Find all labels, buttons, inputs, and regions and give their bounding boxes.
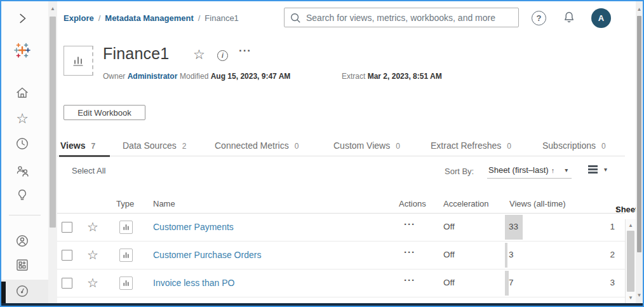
views-count: 33 bbox=[509, 222, 518, 231]
list-view-icon bbox=[588, 165, 598, 174]
row-actions-icon[interactable]: ··· bbox=[404, 247, 415, 257]
active-tab-underline bbox=[59, 155, 110, 157]
row-checkbox[interactable] bbox=[62, 250, 72, 261]
row-actions-icon[interactable]: ··· bbox=[404, 219, 415, 229]
view-name-link[interactable]: Customer Purchase Orders bbox=[153, 250, 261, 260]
tab-count: 7 bbox=[91, 142, 95, 151]
acceleration-status: Off bbox=[443, 278, 455, 287]
table-header: Type Name Actions Acceleration Views (al… bbox=[57, 193, 625, 214]
row-checkbox[interactable] bbox=[62, 278, 72, 289]
owner-meta: Owner Administrator bbox=[103, 72, 177, 81]
row-favorite-star-icon[interactable]: ☆ bbox=[87, 275, 98, 290]
more-actions-icon[interactable]: ··· bbox=[239, 44, 252, 57]
sidebar-scrollbar: ▲ bbox=[48, 1, 57, 303]
search-box[interactable] bbox=[284, 8, 519, 27]
tab-count: 0 bbox=[507, 142, 511, 151]
profile-icon[interactable] bbox=[13, 232, 31, 250]
sheet-number: 2 bbox=[610, 250, 615, 259]
tab-count: 2 bbox=[182, 142, 187, 151]
workbook-thumbnail-icon bbox=[64, 46, 93, 76]
tab-views[interactable]: Views7 bbox=[60, 140, 95, 151]
tab-connected-metrics[interactable]: Connected Metrics0 bbox=[215, 140, 299, 151]
main-content: Explore/Metadata Management/Finance1 ? A… bbox=[57, 1, 625, 303]
sort-ascending-icon: ↑ bbox=[551, 167, 555, 174]
sidebar-divider bbox=[9, 215, 41, 215]
sheet-number: 1 bbox=[610, 222, 615, 231]
sort-value: Sheet (first–last) bbox=[488, 165, 549, 175]
scroll-up-icon[interactable]: ▲ bbox=[626, 223, 636, 228]
view-mode-toggle[interactable]: ▾ bbox=[588, 165, 607, 174]
breadcrumb-explore[interactable]: Explore bbox=[64, 13, 94, 23]
chevron-down-icon: ▾ bbox=[604, 166, 607, 173]
breadcrumb-current: Finance1 bbox=[205, 13, 238, 23]
tab-count: 0 bbox=[396, 142, 400, 151]
view-name-link[interactable]: Invoice less than PO bbox=[153, 278, 234, 288]
tab-bar: Views7 Data Sources2 Connected Metrics0 … bbox=[57, 139, 625, 156]
sort-dropdown[interactable]: Sheet (first–last) ↑ ▾ bbox=[487, 164, 572, 179]
row-favorite-star-icon[interactable]: ☆ bbox=[87, 219, 98, 235]
scroll-down-icon[interactable]: ▼ bbox=[636, 293, 643, 298]
tab-data-sources[interactable]: Data Sources2 bbox=[123, 140, 187, 151]
recents-icon[interactable] bbox=[13, 135, 31, 153]
notifications-bell-icon[interactable] bbox=[561, 10, 577, 26]
column-header-type[interactable]: Type bbox=[116, 199, 134, 208]
table-row: ☆ Customer Purchase Orders ··· Off 3 2 bbox=[57, 242, 625, 269]
external-assets-icon[interactable] bbox=[13, 256, 31, 274]
site-status-gauge-icon[interactable] bbox=[13, 282, 31, 300]
page-scrollbar-thumb[interactable] bbox=[637, 16, 641, 252]
sidebar-scrollbar-thumb[interactable] bbox=[50, 17, 56, 228]
select-all-button[interactable]: Select All bbox=[72, 166, 105, 175]
expand-sidebar-icon[interactable] bbox=[13, 10, 31, 27]
search-input[interactable] bbox=[306, 13, 513, 23]
owner-link[interactable]: Administrator bbox=[128, 72, 178, 81]
view-type-icon bbox=[119, 221, 133, 234]
views-count: 3 bbox=[509, 250, 514, 259]
info-icon[interactable]: i bbox=[217, 50, 228, 61]
left-nav-rail: ☆ bbox=[1, 1, 48, 303]
row-favorite-star-icon[interactable]: ☆ bbox=[87, 247, 98, 263]
shared-with-me-icon[interactable] bbox=[13, 162, 31, 180]
active-nav-indicator bbox=[1, 282, 6, 303]
app-window: ☆ ▲ Explore/Metadata Management/Finance1 bbox=[0, 0, 644, 307]
view-name-link[interactable]: Customer Payments bbox=[153, 222, 234, 232]
modified-label: Modified bbox=[180, 72, 208, 81]
view-type-icon bbox=[119, 276, 133, 290]
column-header-name[interactable]: Name bbox=[153, 199, 175, 208]
tab-extract-refreshes[interactable]: Extract Refreshes0 bbox=[431, 140, 511, 151]
tab-custom-views[interactable]: Custom Views0 bbox=[333, 140, 400, 151]
breadcrumb-separator: / bbox=[98, 13, 101, 23]
acceleration-status: Off bbox=[443, 250, 455, 259]
tab-subscriptions[interactable]: Subscriptions0 bbox=[542, 140, 606, 151]
tableau-logo-icon[interactable] bbox=[13, 41, 31, 59]
tab-count: 0 bbox=[295, 142, 299, 151]
page-scrollbar: ▲ ▼ bbox=[636, 1, 643, 303]
list-toolbar: Select All Sort By: Sheet (first–last) ↑… bbox=[57, 163, 625, 181]
sort-by-label: Sort By: bbox=[445, 167, 474, 176]
modified-meta: Modified Aug 15, 2023, 9:47 AM bbox=[180, 72, 290, 81]
row-checkbox[interactable] bbox=[62, 222, 72, 233]
home-icon[interactable] bbox=[13, 84, 31, 102]
favorite-star-icon[interactable]: ☆ bbox=[193, 47, 205, 62]
recommendations-icon[interactable] bbox=[13, 186, 31, 204]
acceleration-status: Off bbox=[443, 222, 455, 231]
list-scrollbar-thumb[interactable] bbox=[627, 231, 634, 292]
favorites-icon[interactable]: ☆ bbox=[13, 110, 31, 128]
scroll-up-icon[interactable]: ▲ bbox=[48, 6, 57, 11]
owner-label: Owner bbox=[103, 72, 125, 81]
row-actions-icon[interactable]: ··· bbox=[404, 275, 415, 285]
views-count-bar bbox=[505, 243, 507, 268]
breadcrumb-metadata-management[interactable]: Metadata Management bbox=[105, 13, 193, 23]
help-icon[interactable]: ? bbox=[532, 11, 546, 25]
search-icon bbox=[290, 12, 301, 24]
edit-workbook-button[interactable]: Edit Workbook bbox=[64, 105, 145, 120]
modified-value: Aug 15, 2023, 9:47 AM bbox=[211, 72, 291, 81]
user-avatar[interactable]: A bbox=[591, 8, 611, 28]
column-header-views[interactable]: Views (all-time) bbox=[509, 199, 566, 208]
scroll-down-icon[interactable]: ▼ bbox=[626, 296, 636, 301]
list-scrollbar: ▲ ▼ bbox=[625, 219, 636, 303]
scroll-up-icon[interactable]: ▲ bbox=[636, 7, 643, 12]
column-header-acceleration[interactable]: Acceleration bbox=[443, 199, 489, 208]
tab-count: 0 bbox=[601, 142, 606, 151]
breadcrumb: Explore/Metadata Management/Finance1 bbox=[64, 13, 239, 23]
column-header-actions: Actions bbox=[399, 199, 426, 208]
